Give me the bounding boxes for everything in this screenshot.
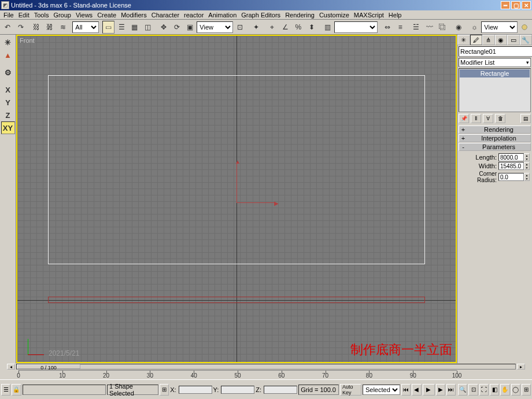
- quick-render-button[interactable]: [518, 21, 531, 34]
- rollout-rendering-header[interactable]: +Rendering: [459, 125, 531, 134]
- unlink-button[interactable]: ⛓̸: [43, 21, 56, 34]
- menu-edit[interactable]: Edit: [16, 11, 32, 19]
- menu-modifiers[interactable]: Modifiers: [119, 11, 149, 19]
- tab-create[interactable]: ✳: [457, 35, 470, 45]
- select-region-button[interactable]: ▦: [128, 21, 141, 34]
- fov-button[interactable]: ◧: [490, 384, 499, 396]
- time-slider[interactable]: ◂ 0 / 100 ▸: [0, 363, 532, 370]
- angle-snap-button[interactable]: ∠: [279, 21, 291, 34]
- render-scene-button[interactable]: ☼: [468, 21, 481, 34]
- redo-button[interactable]: ↷: [14, 21, 27, 34]
- menu-rendering[interactable]: Rendering: [283, 11, 317, 19]
- width-spinner[interactable]: ▲▼: [524, 162, 530, 170]
- axis-y-button[interactable]: Y: [1, 96, 15, 109]
- create-tab-icon[interactable]: ✳: [1, 36, 15, 49]
- scale-button[interactable]: ▣: [184, 21, 197, 34]
- move-button[interactable]: ✥: [157, 21, 170, 34]
- manipulate-button[interactable]: ✦: [250, 21, 263, 34]
- close-button[interactable]: ✕: [522, 1, 531, 9]
- rollout-interpolation-header[interactable]: +Interpolation: [459, 134, 531, 142]
- play-button[interactable]: ▶: [423, 384, 435, 396]
- corner-radius-spinner[interactable]: ▲▼: [524, 173, 530, 181]
- y-field[interactable]: [221, 386, 254, 394]
- time-ruler[interactable]: 0102030405060708090100: [19, 370, 457, 379]
- menu-character[interactable]: Character: [149, 11, 182, 19]
- curve-editor-button[interactable]: 〰: [423, 21, 436, 34]
- menu-maxscript[interactable]: MAXScript: [352, 11, 386, 19]
- maximize-viewport-button[interactable]: ⊞: [522, 384, 531, 396]
- length-spinner[interactable]: ▲▼: [524, 153, 530, 161]
- remove-modifier-button[interactable]: 🗑: [495, 114, 505, 123]
- menu-tools[interactable]: Tools: [32, 11, 51, 19]
- pan-button[interactable]: ✋: [500, 384, 509, 396]
- goto-end-button[interactable]: ⏭: [446, 384, 456, 396]
- x-field[interactable]: [179, 386, 212, 394]
- named-selection-dropdown[interactable]: [334, 21, 378, 33]
- lock-selection-button[interactable]: 🔒: [12, 384, 21, 396]
- axis-xy-button[interactable]: XY: [1, 121, 15, 134]
- undo-button[interactable]: ↶: [1, 21, 14, 34]
- goto-start-button[interactable]: ⏮: [401, 384, 411, 396]
- corner-radius-field[interactable]: [498, 173, 524, 181]
- viewport-front[interactable]: Front ▲▶ 2021/5/21 制作底商一半立面: [16, 35, 457, 363]
- menu-group[interactable]: Group: [51, 11, 73, 19]
- zoom-extents-button[interactable]: ⛶: [479, 384, 489, 396]
- time-slider-thumb[interactable]: 0 / 100: [17, 364, 80, 369]
- reactor-icon[interactable]: ⚙: [1, 66, 15, 79]
- axis-z-button[interactable]: Z: [1, 109, 15, 121]
- width-field[interactable]: [498, 162, 524, 170]
- schematic-view-button[interactable]: ⿻: [436, 21, 449, 34]
- key-filter-dropdown[interactable]: Selected: [363, 385, 400, 395]
- rectangle-shape-large[interactable]: [48, 75, 425, 264]
- link-button[interactable]: ⛓: [30, 21, 43, 34]
- menu-reactor[interactable]: reactor: [182, 11, 206, 19]
- time-slider-left[interactable]: ◂: [7, 364, 15, 370]
- arc-rotate-button[interactable]: ◯: [511, 384, 520, 396]
- menu-views[interactable]: Views: [73, 11, 95, 19]
- ref-coord-dropdown[interactable]: View: [197, 21, 233, 33]
- modifier-list-dropdown[interactable]: Modifier List: [459, 58, 531, 67]
- modifier-stack[interactable]: Rectangle: [459, 68, 531, 112]
- align-button[interactable]: ≡: [394, 21, 407, 34]
- rotate-button[interactable]: ⟳: [171, 21, 183, 34]
- spinner-snap-button[interactable]: ⬍: [305, 21, 318, 34]
- axis-x-button[interactable]: X: [1, 83, 15, 96]
- next-frame-button[interactable]: ▶: [436, 384, 445, 396]
- menu-graph-editors[interactable]: Graph Editors: [239, 11, 283, 19]
- rollout-parameters-header[interactable]: -Parameters: [459, 143, 531, 151]
- snap-toggle-button[interactable]: ⌖: [266, 21, 279, 34]
- make-unique-button[interactable]: ∀: [483, 114, 493, 123]
- menu-customize[interactable]: Customize: [317, 11, 352, 19]
- bind-spacewarp-button[interactable]: ≋: [57, 21, 69, 34]
- percent-snap-button[interactable]: %: [292, 21, 305, 34]
- stack-item-rectangle[interactable]: Rectangle: [460, 69, 530, 77]
- menu-animation[interactable]: Animation: [206, 11, 239, 19]
- maxscript-listener-button[interactable]: ☰: [1, 384, 10, 396]
- auto-key-button[interactable]: Auto Key: [340, 384, 361, 396]
- tab-utilities[interactable]: 🔧: [520, 35, 533, 45]
- minimize-button[interactable]: ━: [501, 1, 510, 9]
- named-selection-button[interactable]: ▥: [321, 21, 334, 34]
- z-field[interactable]: [264, 386, 297, 394]
- select-by-name-button[interactable]: ☰: [115, 21, 128, 34]
- menu-file[interactable]: File: [1, 11, 16, 19]
- menu-help[interactable]: Help: [386, 11, 404, 19]
- maximize-button[interactable]: ▢: [511, 1, 520, 9]
- menu-create[interactable]: Create: [95, 11, 119, 19]
- tab-modify[interactable]: 🖉: [470, 35, 483, 45]
- tab-motion[interactable]: ◉: [495, 35, 508, 45]
- prev-frame-button[interactable]: ◀: [412, 384, 421, 396]
- length-field[interactable]: [498, 153, 524, 161]
- material-editor-button[interactable]: ◉: [452, 21, 465, 34]
- zoom-all-button[interactable]: ⊡: [468, 384, 478, 396]
- zoom-button[interactable]: 🔍: [458, 384, 467, 396]
- render-view-dropdown[interactable]: View: [481, 21, 518, 33]
- tab-display[interactable]: ▭: [507, 35, 520, 45]
- use-center-button[interactable]: ⊡: [234, 21, 246, 34]
- window-crossing-button[interactable]: ◫: [142, 21, 154, 34]
- time-slider-right[interactable]: ▸: [517, 364, 525, 370]
- pin-stack-button[interactable]: 📌: [459, 114, 469, 123]
- mirror-button[interactable]: ⇔: [381, 21, 394, 34]
- transform-type-in-button[interactable]: ⊞: [160, 384, 169, 396]
- hierarchy-tab-icon[interactable]: ▲: [1, 49, 15, 61]
